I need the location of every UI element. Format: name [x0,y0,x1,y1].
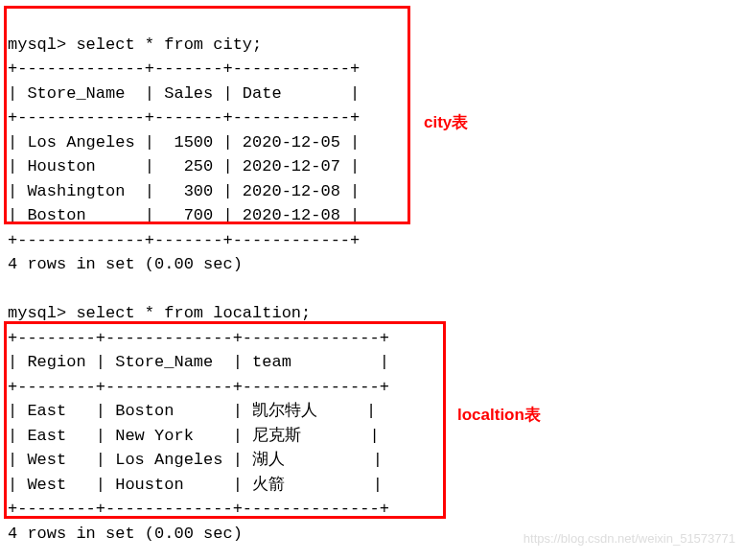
table1-row: | Boston | 700 | 2020-12-08 | [8,206,360,224]
table2-border-bot: +--------+-------------+--------------+ [8,500,389,518]
mysql-prompt-2: mysql> [8,304,76,322]
table1-border-mid: +-------------+-------+------------+ [8,108,360,127]
table1-border-bot: +-------------+-------+------------+ [8,231,360,249]
table1-row: | Washington | 300 | 2020-12-08 | [8,182,360,200]
query2-footer: 4 rows in set (0.00 sec) [8,525,243,543]
watermark: https://blog.csdn.net/weixin_51573771 [524,529,735,548]
table2-row: | West | Los Angeles | 湖人 | [8,451,383,469]
table2-row: | East | Boston | 凯尔特人 | [8,402,376,420]
mysql-prompt-1: mysql> [8,35,76,54]
terminal-output: mysql> select * from city; +------------… [8,8,737,546]
table1-border-top: +-------------+-------+------------+ [8,59,360,78]
table2-row: | East | New York | 尼克斯 | [8,427,380,445]
table1-header: | Store_Name | Sales | Date | [8,84,360,103]
table2-border-mid: +--------+-------------+--------------+ [8,378,389,396]
table2-border-top: +--------+-------------+--------------+ [8,329,389,347]
query1-footer: 4 rows in set (0.00 sec) [8,255,243,273]
sql-statement-1: select * from city; [76,35,262,54]
sql-statement-2: select * from localtion; [76,304,311,322]
table1-row: | Los Angeles | 1500 | 2020-12-05 | [8,133,360,152]
table2-row: | West | Houston | 火箭 | [8,476,383,494]
table1-row: | Houston | 250 | 2020-12-07 | [8,157,360,175]
table2-header: | Region | Store_Name | team | [8,353,389,371]
